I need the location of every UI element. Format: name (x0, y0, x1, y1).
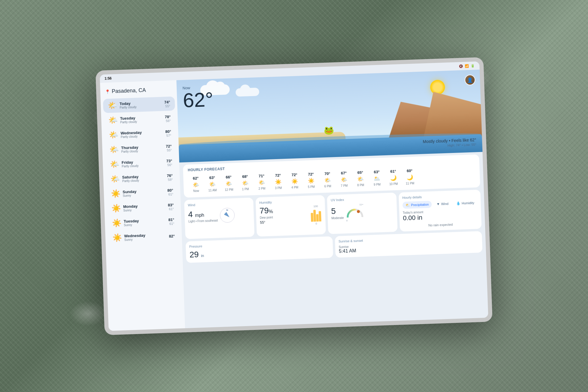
mute-icon: 🔇 (459, 64, 463, 68)
forecast-item-thursday[interactable]: 🌤️ Thursday Partly cloudy 72° 55° (104, 140, 177, 157)
pressure-card: Pressure 29 in (186, 236, 333, 263)
forecast-item-monday[interactable]: ☀️ Monday Sunny 83° 61° (106, 199, 179, 216)
humidity-value: 79% (259, 206, 273, 215)
forecast-day-info-today: Today Partly cloudy (119, 100, 164, 109)
wifi-icon: 📶 (465, 64, 469, 68)
humidity-bars (310, 208, 321, 221)
compass-arrow (224, 212, 231, 218)
hero-cloud-2 (235, 87, 259, 96)
tablet-device: 1:56 🔇 📶 🔋 📍 Pasadena, CA (96, 57, 493, 335)
hourly-item-1pm: 68° 🌤️ 1 PM (237, 173, 253, 192)
hourly-details-card: Hourly details ⛅ Precipitation ▼ Wind (398, 189, 482, 231)
dew-point-value: 55° (260, 220, 273, 225)
wind-card: Wind 4 mph Light • From southeast N (184, 197, 255, 239)
hourly-item-7pm: 67° 🌤️ 7 PM (336, 169, 352, 189)
tab-wind-label: Wind (441, 202, 448, 206)
no-rain-text: No rain expected (403, 222, 478, 228)
forecast-item-wednesday2[interactable]: ☀️ Wednesday Sunny 82° (108, 228, 180, 245)
tab-humidity-label: Humidity (462, 201, 474, 205)
forecast-item-wednesday1[interactable]: 🌤️ Wednesday Partly cloudy 80° 57° (104, 126, 176, 142)
hourly-item-5pm: 72° ☀️ 5 PM (303, 171, 319, 190)
wind-compass: N (220, 208, 235, 223)
wind-card-title: Wind (188, 201, 250, 207)
tab-precipitation-label: Precipitation (411, 203, 429, 207)
uv-label: Moderate (331, 216, 344, 219)
cliff-1 (422, 90, 482, 139)
wind-description: Light • From southeast (188, 218, 218, 223)
humidity-card-title: Humidity (259, 198, 322, 204)
tab-wind[interactable]: ▼ Wind (433, 200, 452, 208)
location-name: Pasadena, CA (112, 87, 146, 94)
hourly-item-11pm: 60° 🌙 11 PM (402, 167, 418, 186)
location-pin-icon: 📍 (105, 89, 110, 94)
hourly-item-10pm: 61° 🌙 10 PM (385, 168, 401, 187)
current-weather-right: Mostly cloudy • Feels like 62° High: 74°… (423, 137, 477, 148)
status-time: 1:56 (104, 76, 112, 81)
status-icons: 🔇 📶 🔋 (459, 64, 475, 68)
humidity-min-label: 0 (315, 222, 317, 225)
wind-speed: 4 mph (188, 209, 218, 218)
weather-app: 📍 Pasadena, CA 🌤️ Today Partly cloudy 74… (100, 69, 488, 331)
pressure-value: 29 in (189, 246, 330, 259)
current-weather-overlay: Now 62° (183, 85, 214, 110)
forecast-item-today[interactable]: 🌤️ Today Partly cloudy 74° 55° (103, 96, 175, 113)
forecast-temps-today: 74° 55° (164, 100, 171, 108)
hourly-item-11am: 63° 🌤️ 11 AM (204, 174, 220, 193)
hourly-item-3pm: 72° ☀️ 3 PM (270, 171, 286, 191)
forecast-icon-tue1: 🌤️ (108, 115, 118, 125)
uv-card-title: UV Index (331, 196, 393, 202)
hero-weather-scene: 🐸 Now 62° Mostly cloudy • Feels like 62°… (176, 69, 482, 162)
hourly-details-title: Hourly details (402, 193, 477, 199)
battery-icon: 🔋 (471, 64, 475, 67)
hourly-item-9pm: 63° 🌥️ 9 PM (369, 168, 385, 188)
hourly-item-now: 62° 🌤️ Now (188, 174, 204, 194)
humidity-card: Humidity 79% Dew point 55° 100 (255, 195, 326, 236)
tablet-screen: 1:56 🔇 📶 🔋 📍 Pasadena, CA (100, 61, 488, 331)
forecast-item-sunday[interactable]: ☀️ Sunday Sunny 80° 61° (106, 184, 178, 201)
right-panel: 🐸 Now 62° Mostly cloudy • Feels like 62°… (176, 69, 488, 328)
dew-point-label: Dew point (260, 216, 273, 219)
hourly-detail-tabs: ⛅ Precipitation ▼ Wind 💧 (402, 199, 477, 209)
hourly-item-4pm: 72° ☀️ 4 PM (287, 171, 303, 191)
bottom-content: Hourly forecast 62° 🌤️ Now 63° 🌤️ (179, 152, 488, 328)
left-panel: 📍 Pasadena, CA 🌤️ Today Partly cloudy 74… (100, 80, 185, 331)
uv-index-card: UV Index 5 Moderate 11+ (327, 192, 397, 234)
tab-precipitation[interactable]: ⛅ Precipitation (402, 201, 432, 208)
uv-value: 5 (331, 206, 344, 215)
forecast-item-tuesday1[interactable]: 🌤️ Tuesday Partly cloudy 78° 56° (103, 111, 176, 127)
current-temperature: 62° (183, 89, 213, 110)
precipitation-icon: ⛅ (405, 203, 410, 207)
hero-frog: 🐸 (324, 125, 334, 135)
location-header: 📍 Pasadena, CA (100, 84, 177, 98)
forecast-high-today: 74° (164, 100, 170, 104)
hourly-item-12pm: 66° 🌤️ 12 PM (221, 173, 237, 193)
hourly-item-6pm: 70° 🌤️ 6 PM (320, 170, 335, 189)
sunrise-sunset-card: Sunrise & sunset Sunrise 5:41 AM (335, 231, 482, 257)
compass-north-label: N (226, 208, 228, 211)
forecast-icon-today: 🌤️ (108, 101, 117, 110)
tab-humidity[interactable]: 💧 Humidity (453, 199, 477, 207)
forecast-item-friday[interactable]: 🌤️ Friday Partly cloudy 73° 56° (105, 155, 177, 171)
uv-min-label: 0 (346, 218, 364, 222)
humidity-tab-icon: 💧 (456, 201, 460, 206)
wind-tab-icon: ▼ (436, 202, 440, 206)
forecast-low-today: 55° (164, 104, 170, 108)
forecast-item-tuesday2[interactable]: ☀️ Tuesday Sunny 81° 61° (107, 214, 179, 230)
tablet-body: 1:56 🔇 📶 🔋 📍 Pasadena, CA (96, 57, 493, 335)
hourly-item-2pm: 71° 🌤️ 2 PM (254, 172, 270, 191)
humidity-max-label: 100 (313, 205, 318, 208)
uv-max-label: 11+ (346, 203, 363, 206)
hourly-item-8pm: 65° 🌤️ 8 PM (353, 169, 368, 188)
hero-terrain (363, 84, 482, 141)
uv-gauge-svg (346, 206, 364, 217)
forecast-item-saturday[interactable]: 🌤️ Saturday Partly cloudy 76° 58° (106, 170, 178, 186)
